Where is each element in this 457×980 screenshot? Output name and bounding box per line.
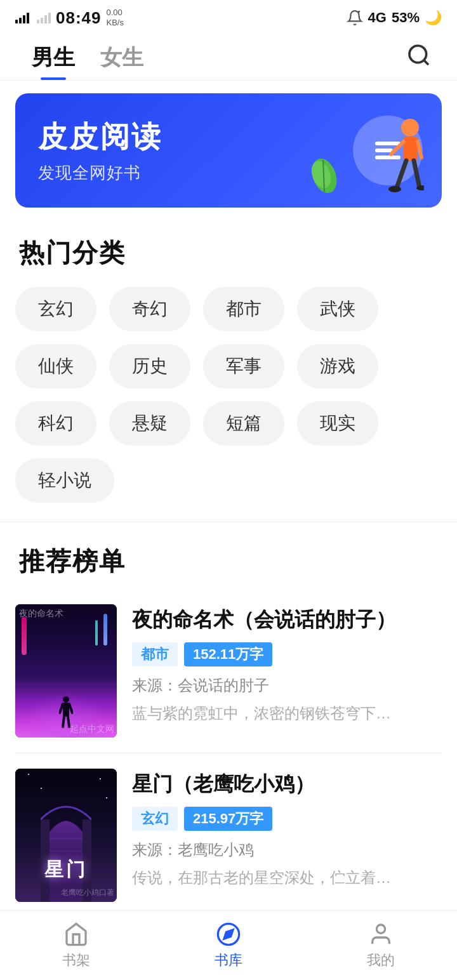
category-youxi[interactable]: 游戏 (297, 344, 378, 388)
svg-point-14 (63, 696, 69, 703)
tag-genre-1: 都市 (132, 642, 178, 666)
svg-point-6 (401, 119, 419, 136)
category-wuxia[interactable]: 武侠 (297, 287, 378, 331)
book-info-2: 星门（老鹰吃小鸡） 玄幻 215.97万字 来源：老鹰吃小鸡 传说，在那古老的星… (132, 769, 442, 889)
nav-tabs: 男生 女生 (0, 33, 457, 81)
book-source-2: 来源：老鹰吃小鸡 (132, 840, 442, 860)
status-speed: 0.00 KB/s (107, 8, 124, 27)
category-qihuan[interactable]: 奇幻 (109, 287, 190, 331)
banner[interactable]: 皮皮阅读 发现全网好书 (15, 93, 442, 208)
category-qingxiaoshuo[interactable]: 轻小说 (15, 458, 114, 503)
book-cover-2: 星门 老鹰吃小鸡口著 (15, 769, 117, 902)
banner-figure (373, 110, 424, 208)
book-info-1: 夜的命名术（会说话的肘子） 都市 152.11万字 来源：会说话的肘子 蓝与紫的… (132, 604, 442, 725)
compass-icon (216, 922, 241, 947)
banner-title: 皮皮阅读 (38, 117, 162, 157)
ranking-title: 推荐榜单 (0, 529, 457, 589)
book-item-1[interactable]: 起点中文网 夜的命名术 夜的命名术（会说话的肘子） 都市 152.11万字 来源… (15, 589, 442, 753)
nav-label-library: 书库 (215, 951, 242, 970)
book-source-1: 来源：会说话的肘子 (132, 675, 442, 696)
search-icon (406, 43, 432, 68)
signal-bars (15, 12, 51, 23)
category-duanpian[interactable]: 短篇 (203, 401, 284, 446)
bell-icon (347, 10, 363, 26)
nav-item-bookshelf[interactable]: 书架 (43, 917, 109, 975)
svg-line-16 (60, 704, 63, 713)
svg-point-1 (409, 46, 427, 63)
svg-line-17 (69, 704, 72, 713)
banner-text: 皮皮阅读 发现全网好书 (38, 117, 162, 184)
nav-label-profile: 我的 (367, 951, 395, 970)
svg-line-18 (63, 717, 64, 727)
category-xuanhuan[interactable]: 玄幻 (15, 287, 96, 331)
tag-wordcount-1: 152.11万字 (184, 642, 272, 666)
network-type: 4G (368, 10, 387, 26)
svg-point-27 (376, 925, 385, 933)
bookshelf-icon (63, 922, 89, 947)
tab-female[interactable]: 女生 (88, 33, 156, 80)
category-lishi[interactable]: 历史 (109, 344, 190, 388)
book-title-2: 星门（老鹰吃小鸡） (132, 771, 442, 798)
nav-item-library[interactable]: 书库 (195, 917, 262, 975)
section-divider (0, 522, 457, 522)
book-item-2[interactable]: 星门 老鹰吃小鸡口著 星门（老鹰吃小鸡） 玄幻 215.97万字 来源：老鹰吃小… (15, 753, 442, 918)
category-xianshi[interactable]: 现实 (297, 401, 378, 446)
svg-line-9 (418, 142, 421, 157)
status-bar: 08:49 0.00 KB/s 4G 53% 🌙 (0, 0, 457, 33)
tag-genre-2: 玄幻 (132, 807, 178, 831)
battery-level: 53% (392, 10, 420, 26)
svg-line-10 (397, 161, 406, 186)
categories-grid: 玄幻 奇幻 都市 武侠 仙侠 历史 军事 游戏 科幻 悬疑 短篇 现实 轻小说 (0, 281, 457, 515)
nav-label-bookshelf: 书架 (62, 951, 90, 970)
category-junshi[interactable]: 军事 (203, 344, 284, 388)
tag-wordcount-2: 215.97万字 (184, 807, 272, 831)
ranking-list: 起点中文网 夜的命名术 夜的命名术（会说话的肘子） 都市 152.11万字 来源… (0, 589, 457, 918)
person-icon (368, 922, 394, 947)
category-dushi[interactable]: 都市 (203, 287, 284, 331)
status-right: 4G 53% 🌙 (347, 10, 442, 26)
svg-line-8 (391, 142, 404, 154)
svg-point-12 (388, 186, 401, 192)
book-desc-2: 传说，在那古老的星空深处，伫立着… (132, 866, 442, 889)
svg-rect-7 (404, 136, 418, 161)
book-title-1: 夜的命名术（会说话的肘子） (132, 607, 442, 633)
book-desc-1: 蓝与紫的霓虹中，浓密的钢铁苍穹下… (132, 702, 442, 725)
book-tags-2: 玄幻 215.97万字 (132, 807, 442, 831)
nav-item-profile[interactable]: 我的 (348, 917, 414, 975)
book-cover-1: 起点中文网 夜的命名术 (15, 604, 117, 738)
search-button[interactable] (400, 36, 438, 77)
bottom-nav: 书架 书库 我的 (0, 910, 457, 980)
svg-line-2 (424, 60, 428, 65)
banner-leaf-decoration (305, 150, 343, 195)
svg-marker-26 (224, 929, 233, 938)
svg-line-11 (414, 161, 419, 185)
banner-subtitle: 发现全网好书 (38, 162, 162, 184)
category-xianxia[interactable]: 仙侠 (15, 344, 96, 388)
tab-male[interactable]: 男生 (19, 33, 88, 80)
category-kehuan[interactable]: 科幻 (15, 401, 96, 446)
svg-line-19 (68, 717, 69, 727)
category-xuanyi[interactable]: 悬疑 (109, 401, 190, 446)
hot-categories-title: 热门分类 (0, 220, 457, 281)
status-time: 08:49 (56, 8, 102, 28)
book-tags-1: 都市 152.11万字 (132, 642, 442, 666)
status-emoji: 🌙 (425, 10, 442, 26)
